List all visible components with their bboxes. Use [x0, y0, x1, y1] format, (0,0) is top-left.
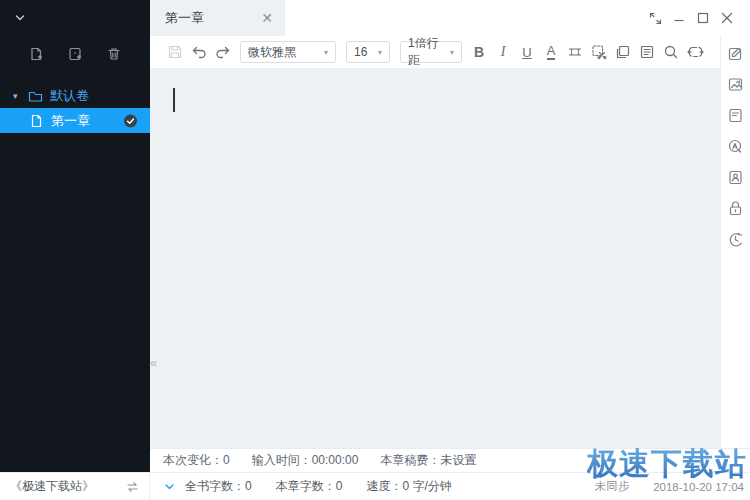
new-volume-icon[interactable] [67, 46, 83, 62]
window-controls [648, 11, 750, 25]
document-icon [30, 114, 43, 128]
tree-volume-row[interactable]: ▾ 默认卷 [0, 84, 150, 108]
search-icon[interactable] [659, 40, 683, 64]
app-window: ▾ 默认卷 第一章 第一章 ✕ [0, 0, 750, 500]
word-count-stats: 全书字数：0 本章字数：0 速度：0 字/分钟 [185, 478, 452, 495]
chapter-tree: ▾ 默认卷 第一章 [0, 84, 150, 133]
line-spacing-value: 1倍行距 [408, 35, 442, 69]
tree-expand-arrow-icon[interactable]: ▾ [13, 91, 21, 101]
tab-title: 第一章 [165, 9, 204, 27]
naming-dictionary-icon[interactable] [727, 137, 745, 155]
chevron-down-icon: ▾ [378, 48, 382, 57]
text-caret [173, 88, 175, 112]
sidebar-header [0, 0, 150, 36]
chapter-sidebar: ▾ 默认卷 第一章 [0, 0, 150, 472]
sidebar-actions [0, 38, 150, 70]
underline-button[interactable]: U [515, 40, 539, 64]
format-toolbar: 微软雅黑 ▾ 16 ▾ 1倍行距 ▾ B I U A [150, 36, 720, 68]
font-color-button[interactable]: A [539, 40, 563, 64]
outline-notes-icon[interactable] [727, 106, 745, 124]
immersive-mode-icon[interactable] [683, 40, 707, 64]
app-status-bar: 《极速下载站》 全书字数：0 本章字数：0 速度：0 字/分钟 未同步 2018… [0, 472, 750, 500]
chapter-words-stat: 本章字数：0 [276, 478, 343, 495]
redo-icon[interactable] [211, 40, 235, 64]
line-spacing-select[interactable]: 1倍行距 ▾ [400, 41, 462, 63]
delete-trash-icon[interactable] [106, 46, 122, 62]
close-icon[interactable] [720, 11, 734, 25]
new-chapter-icon[interactable] [28, 46, 44, 62]
lock-icon[interactable] [727, 199, 745, 217]
editor-area[interactable]: « [150, 68, 720, 448]
chapter-saved-check-icon [123, 113, 138, 128]
tab-close-icon[interactable]: ✕ [261, 11, 273, 25]
copy-icon[interactable] [611, 40, 635, 64]
chapter-status-bar: 本次变化：0 输入时间：00:00:00 本章稿费：未设置 [150, 448, 750, 472]
material-image-icon[interactable] [727, 75, 745, 93]
sidebar-collapse-handle[interactable]: « [150, 351, 162, 373]
folder-icon [28, 90, 43, 103]
quick-note-icon[interactable] [727, 44, 745, 62]
tree-chapter-row-selected[interactable]: 第一章 [0, 108, 150, 133]
font-size-select[interactable]: 16 ▾ [346, 41, 390, 63]
chevron-down-icon: ▾ [450, 48, 454, 57]
paragraph-spacing-icon[interactable] [563, 40, 587, 64]
tab-bar: 第一章 ✕ [150, 0, 750, 36]
typeset-icon[interactable] [635, 40, 659, 64]
chevron-down-icon: ▾ [324, 48, 328, 57]
input-time-stat: 输入时间：00:00:00 [252, 452, 359, 469]
chapter-fee-stat: 本章稿费：未设置 [380, 452, 476, 469]
bold-button[interactable]: B [467, 40, 491, 64]
total-words-stat: 全书字数：0 [185, 478, 252, 495]
timer-clock-icon[interactable] [727, 230, 745, 248]
tab-chapter-1[interactable]: 第一章 ✕ [150, 0, 285, 36]
sort-swap-icon[interactable] [126, 481, 139, 493]
font-family-value: 微软雅黑 [248, 44, 296, 61]
book-title-section: 《极速下载站》 [0, 473, 150, 500]
tools-rail [720, 36, 750, 448]
undo-icon[interactable] [187, 40, 211, 64]
speed-stat: 速度：0 字/分钟 [366, 478, 451, 495]
fullscreen-toggle-icon[interactable] [648, 11, 662, 25]
italic-button[interactable]: I [491, 40, 515, 64]
timestamp: 2018-10-20 17:04 [653, 481, 744, 493]
stats-expand-chevron-icon[interactable] [163, 480, 176, 493]
volume-label: 默认卷 [50, 87, 89, 105]
font-family-select[interactable]: 微软雅黑 ▾ [240, 41, 336, 63]
sync-section: 未同步 2018-10-20 17:04 [595, 479, 750, 494]
book-title: 《极速下载站》 [10, 478, 94, 495]
save-icon[interactable] [163, 40, 187, 64]
font-size-value: 16 [354, 45, 367, 59]
maximize-icon[interactable] [696, 11, 710, 25]
changes-stat: 本次变化：0 [163, 452, 230, 469]
minimize-icon[interactable] [672, 11, 686, 25]
character-card-icon[interactable] [727, 168, 745, 186]
sync-status[interactable]: 未同步 [595, 479, 630, 494]
chapter-label: 第一章 [51, 112, 90, 130]
book-switch-chevron-icon[interactable] [13, 11, 27, 25]
clear-format-scissors-icon[interactable] [587, 40, 611, 64]
